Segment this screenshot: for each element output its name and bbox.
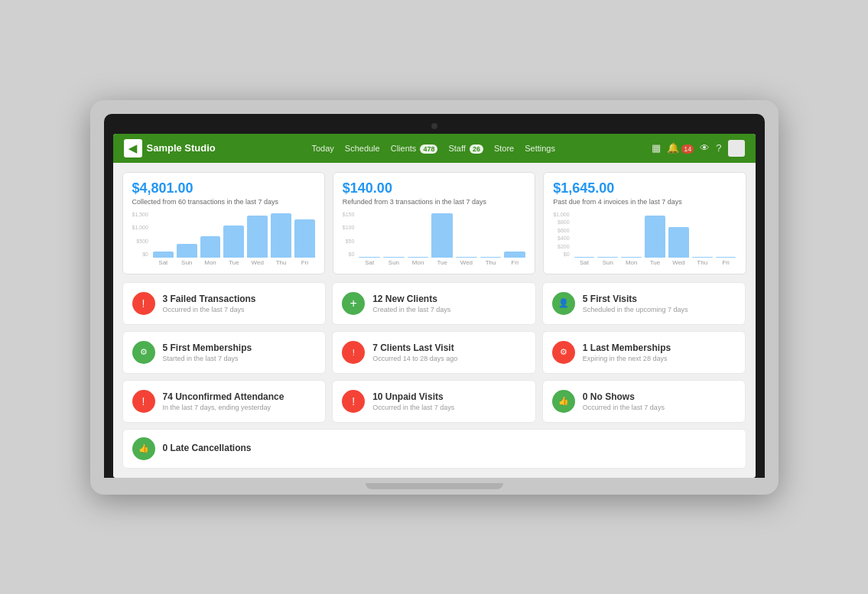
chart1-bars	[153, 212, 315, 258]
chart1-bars-area: Sat Sun Mon Tue Wed Thu Fri	[153, 212, 315, 266]
laptop-frame: ◀ Sample Studio Today Schedule Clients 4…	[90, 100, 779, 495]
first-memberships-title: 5 First Memberships	[163, 342, 252, 353]
bar3-sun	[597, 257, 618, 258]
stat-late-cancellations[interactable]: 👍 0 Late Cancellations	[122, 429, 746, 469]
clients-badge: 478	[420, 144, 437, 154]
laptop-base	[104, 478, 765, 495]
bar3-tue	[645, 216, 665, 258]
nav-link-clients[interactable]: Clients 478	[391, 144, 438, 153]
chart-icon[interactable]: ▦	[652, 142, 661, 154]
stat-failed-transactions[interactable]: ! 3 Failed Transactions Occurred in the …	[122, 282, 327, 325]
bar-sun	[177, 244, 197, 258]
chart1-x-labels: Sat Sun Mon Tue Wed Thu Fri	[153, 259, 315, 266]
bar-sat	[153, 252, 174, 258]
nav-logo[interactable]: ◀ Sample Studio	[124, 139, 216, 157]
bar2-mon	[408, 257, 429, 258]
bar3-sat	[574, 257, 595, 258]
camera	[431, 123, 437, 129]
unpaid-visits-subtitle: Occurred in the last 7 days	[372, 404, 454, 411]
screen-bezel: ◀ Sample Studio Today Schedule Clients 4…	[104, 114, 765, 478]
app: ◀ Sample Studio Today Schedule Clients 4…	[113, 134, 756, 478]
stat-no-shows[interactable]: 👍 0 No Shows Occurred in the last 7 days	[542, 380, 746, 423]
pastdue-amount: $1,645.00	[553, 180, 736, 196]
nav-link-store[interactable]: Store	[494, 144, 514, 153]
chart3-y-axis: $1,000 $800 $600 $400 $200 $0	[553, 212, 571, 258]
new-clients-title: 12 New Clients	[372, 294, 450, 304]
stat-unpaid-visits[interactable]: ! 10 Unpaid Visits Occurred in the last …	[332, 380, 536, 423]
first-visits-title: 5 First Visits	[583, 294, 688, 304]
chart3-bars	[574, 212, 736, 258]
nav-link-today[interactable]: Today	[311, 144, 333, 153]
stat-first-visits[interactable]: 👤 5 First Visits Scheduled in the upcomi…	[542, 282, 746, 325]
nav-actions: ▦ 🔔 14 👁 ?	[652, 140, 745, 157]
bar2-sat	[359, 257, 380, 258]
nav-link-schedule[interactable]: Schedule	[345, 144, 380, 153]
chart-card-refunded: $140.00 Refunded from 3 transactions in …	[333, 172, 535, 274]
bar-tue	[223, 226, 244, 258]
late-cancel-icon: 👍	[132, 437, 155, 460]
main-content: $4,801.00 Collected from 60 transactions…	[113, 163, 756, 478]
nav-title: Sample Studio	[147, 142, 216, 154]
chart2-x-labels: Sat Sun Mon Tue Wed Thu Fri	[359, 259, 525, 266]
no-shows-text: 0 No Shows Occurred in the last 7 days	[583, 391, 665, 411]
first-memberships-text: 5 First Memberships Started in the last …	[163, 342, 252, 362]
new-clients-text: 12 New Clients Created in the last 7 day…	[372, 294, 450, 313]
chart-card-collected: $4,801.00 Collected from 60 transactions…	[122, 172, 325, 274]
last-memberships-title: 1 Last Memberships	[583, 342, 671, 353]
laptop-notch	[366, 483, 503, 489]
chart-card-pastdue: $1,645.00 Past due from 4 invoices in th…	[543, 172, 746, 274]
bar2-thu	[480, 257, 502, 258]
late-cancel-title: 0 Late Cancellations	[163, 443, 252, 453]
unpaid-visits-icon: !	[342, 390, 365, 413]
bar-mon	[200, 236, 221, 258]
failed-transactions-icon: !	[132, 292, 155, 315]
first-visits-subtitle: Scheduled in the upcoming 7 days	[583, 306, 688, 313]
unconfirmed-title: 74 Unconfirmed Attendance	[163, 391, 284, 402]
unconfirmed-subtitle: In the last 7 days, ending yesterday	[163, 404, 284, 411]
first-memberships-subtitle: Started in the last 7 days	[163, 355, 252, 362]
staff-badge: 26	[470, 144, 483, 154]
chart2-bars	[359, 212, 525, 258]
logo-icon: ◀	[124, 139, 142, 157]
bar-fri	[294, 219, 315, 258]
no-shows-subtitle: Occurred in the last 7 days	[583, 404, 665, 411]
clients-last-visit-text: 7 Clients Last Visit Occurred 14 to 28 d…	[372, 342, 457, 362]
first-visits-icon: 👤	[552, 292, 575, 315]
bar2-wed	[456, 257, 477, 258]
bar3-fri	[716, 257, 736, 258]
clients-last-visit-subtitle: Occurred 14 to 28 days ago	[372, 355, 457, 362]
new-clients-subtitle: Created in the last 7 days	[372, 306, 450, 313]
bar2-sun	[383, 257, 405, 258]
eye-icon[interactable]: 👁	[700, 142, 710, 154]
stat-clients-last-visit[interactable]: ! 7 Clients Last Visit Occurred 14 to 28…	[332, 331, 536, 374]
last-memberships-text: 1 Last Memberships Expiring in the next …	[583, 342, 671, 362]
bar2-tue	[431, 213, 453, 258]
bar3-mon	[621, 257, 642, 258]
chart2-container: $150 $100 $50 $0	[343, 212, 525, 266]
clients-last-visit-title: 7 Clients Last Visit	[372, 342, 457, 353]
last-memberships-icon: ⚙	[552, 341, 575, 364]
stat-unconfirmed[interactable]: ! 74 Unconfirmed Attendance In the last …	[122, 380, 327, 423]
new-clients-icon: +	[342, 292, 365, 315]
user-avatar[interactable]	[728, 140, 745, 157]
stats-grid: ! 3 Failed Transactions Occurred in the …	[122, 282, 746, 423]
failed-transactions-text: 3 Failed Transactions Occurred in the la…	[163, 294, 256, 313]
chart3-bars-area: Sat Sun Mon Tue Wed Thu Fri	[574, 212, 736, 266]
nav-link-staff[interactable]: Staff 26	[448, 144, 483, 153]
chart-row: $4,801.00 Collected from 60 transactions…	[122, 172, 746, 274]
refunded-amount: $140.00	[343, 180, 525, 196]
stat-first-memberships[interactable]: ⚙ 5 First Memberships Started in the las…	[122, 331, 327, 374]
chart2-y-axis: $150 $100 $50 $0	[343, 212, 356, 258]
clients-last-visit-icon: !	[342, 341, 365, 364]
stat-new-clients[interactable]: + 12 New Clients Created in the last 7 d…	[332, 282, 536, 325]
help-icon[interactable]: ?	[716, 142, 721, 154]
unconfirmed-icon: !	[132, 390, 155, 413]
nav-link-settings[interactable]: Settings	[525, 144, 555, 153]
bell-icon[interactable]: 🔔 14	[667, 142, 694, 154]
failed-transactions-subtitle: Occurred in the last 7 days	[163, 306, 256, 313]
bar-wed	[247, 216, 268, 258]
chart3-container: $1,000 $800 $600 $400 $200 $0	[553, 212, 736, 266]
bar3-thu	[692, 257, 713, 258]
stat-last-memberships[interactable]: ⚙ 1 Last Memberships Expiring in the nex…	[542, 331, 746, 374]
chart3-x-labels: Sat Sun Mon Tue Wed Thu Fri	[574, 259, 736, 266]
